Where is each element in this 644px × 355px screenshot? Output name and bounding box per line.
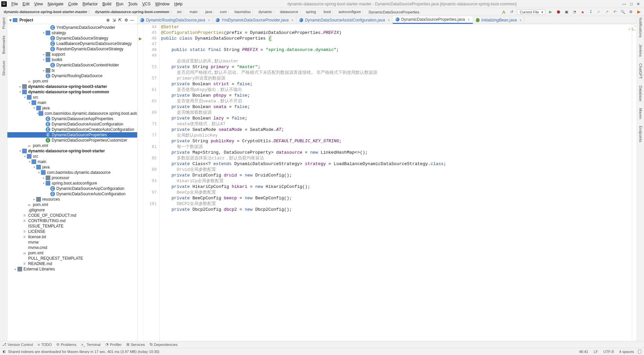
gear-icon[interactable]: ⚙ — [123, 17, 129, 23]
tree-folder[interactable]: ▾dynamic-datasource-spring-boot-common — [7, 89, 137, 95]
code-line[interactable]: public static final String PREFIX = "spr… — [161, 47, 631, 53]
line-number[interactable] — [144, 127, 157, 133]
git-commit-icon[interactable]: ✓ — [596, 9, 602, 15]
tree-file[interactable]: README.md — [7, 261, 137, 266]
code-line[interactable]: Druid全局参数配置 — [161, 167, 631, 172]
hide-panel-icon[interactable]: — — [129, 17, 135, 23]
tool-todo[interactable]: ≡TODO — [38, 343, 52, 347]
tool-terminal[interactable]: >_Terminal — [81, 343, 101, 347]
code-line[interactable]: private Boolean seata = false; — [161, 104, 631, 110]
breadcrumb-segment[interactable]: baomidou — [233, 9, 257, 15]
tree-file[interactable]: YmlDynamicDataSourceProvider — [7, 25, 137, 30]
close-tab-icon[interactable]: × — [388, 18, 390, 22]
line-number[interactable] — [144, 150, 157, 155]
chevron-down-icon[interactable]: ▾ — [42, 58, 46, 61]
menu-refactor[interactable]: Refactor — [80, 1, 100, 7]
line-number[interactable] — [144, 138, 157, 144]
file-encoding[interactable]: UTF-8 — [603, 350, 614, 354]
code-line[interactable]: HikariCp全局参数配置 — [161, 178, 631, 184]
chevron-right-icon[interactable]: ▸ — [42, 69, 46, 72]
code-line[interactable]: public class DynamicDataSourceProperties… — [161, 36, 631, 41]
code-line[interactable]: 必须设置默认的库,默认master — [161, 58, 631, 64]
breadcrumb-segment[interactable]: spring — [304, 9, 322, 15]
tree-folder[interactable]: ▾dynamic-datasource-spring-boot-starter — [7, 148, 137, 154]
code-line[interactable] — [161, 53, 631, 58]
run-config-selector[interactable]: Current File — [517, 9, 545, 15]
tree-file[interactable]: pom.xml — [7, 250, 137, 256]
indent-setting[interactable]: 4 spaces — [619, 350, 634, 354]
chevron-down-icon[interactable]: ▾ — [23, 96, 27, 99]
tool-tab-endpoints[interactable]: Endpoints — [639, 126, 643, 142]
tree-file[interactable]: LICENSE — [7, 229, 137, 234]
editor-tab[interactable]: InitializingBean.java× — [473, 16, 525, 24]
progress-icon[interactable]: ◐ — [3, 349, 6, 354]
breadcrumb-segment[interactable]: dynamic-datasource-spring-boot-common — [93, 9, 175, 15]
code-line[interactable]: @Setter — [161, 24, 631, 30]
code-line[interactable]: private Boolean p6spy = false; — [161, 93, 631, 98]
code-line[interactable]: private Map<String, DataSourceProperty> … — [161, 150, 631, 155]
search-icon[interactable]: 🔍 — [620, 9, 626, 15]
code-editor[interactable]: @Setter@ConfigurationProperties(prefix =… — [160, 24, 632, 341]
code-line[interactable]: private Dbcp2Config dbcp2 = new Dbcp2Con… — [161, 207, 631, 212]
line-number[interactable]: 49 — [144, 53, 157, 58]
collapse-all-icon[interactable]: ⇱ — [117, 17, 123, 23]
close-tab-icon[interactable]: × — [468, 17, 470, 21]
tool-services[interactable]: ⊞Services — [126, 342, 145, 347]
code-line[interactable]: 多数据源选择算法clazz，默认负载均衡算法 — [161, 155, 631, 161]
tree-file[interactable]: DynamicDataSourceAopConfiguration — [7, 186, 137, 191]
breadcrumb-segment[interactable]: datasource — [278, 9, 304, 15]
chevron-down-icon[interactable]: ▾ — [42, 31, 46, 35]
close-tab-icon[interactable]: × — [291, 18, 293, 22]
menu-navigate[interactable]: Navigate — [46, 1, 65, 7]
breadcrumb-segment[interactable]: dynamic — [257, 9, 278, 15]
select-target-icon[interactable]: ⊕ — [105, 17, 111, 23]
line-number[interactable]: 89 — [144, 167, 157, 172]
code-line[interactable]: 是否懒加载数据源 — [161, 110, 631, 115]
chevron-down-icon[interactable]: ▾ — [18, 149, 22, 153]
tree-file[interactable]: LoadBalanceDynamicDataSourceStrategy — [7, 41, 137, 46]
build-icon[interactable] — [501, 9, 507, 15]
line-number[interactable] — [144, 93, 157, 98]
breadcrumb-segment[interactable]: dynamic-datasource-spring-boot-starter-m… — [2, 9, 93, 15]
code-line[interactable]: 全局默认publicKey — [161, 133, 631, 138]
tree-folder[interactable]: ▾strategy — [7, 30, 137, 36]
line-number[interactable]: 81 — [144, 144, 157, 150]
code-line[interactable]: 每一个数据源 — [161, 144, 631, 150]
tree-folder[interactable]: ▾com.baomidou.dynamic.datasource.spring.… — [7, 111, 137, 116]
menu-tools[interactable]: Tools — [126, 1, 140, 7]
chevron-down-icon[interactable]: ▾ — [42, 182, 46, 185]
code-line[interactable]: private DruidConfig druid = new DruidCon… — [161, 172, 631, 178]
code-line[interactable] — [161, 41, 631, 47]
code-line[interactable]: DBCP2全局参数配置 — [161, 201, 631, 207]
breadcrumb-segment[interactable]: com — [218, 9, 233, 15]
code-line[interactable]: private Class<? extends DynamicDataSourc… — [161, 161, 631, 167]
git-update-icon[interactable]: ↧ — [588, 9, 594, 15]
tool-tab-project[interactable]: Project — [2, 17, 6, 29]
tree-file[interactable]: pom.xml — [7, 202, 137, 207]
line-number[interactable] — [144, 195, 157, 201]
code-line[interactable]: private SeataMode seataMode = SeataMode.… — [161, 127, 631, 133]
tool-profiler[interactable]: ◔Profiler — [105, 342, 122, 347]
tree-file[interactable]: CODE_OF_CONDUCT.md — [7, 213, 137, 218]
line-number[interactable]: 44 — [144, 24, 157, 30]
tree-folder[interactable]: ▸External Libraries — [7, 266, 137, 272]
tree-file[interactable]: pom.xml — [7, 143, 137, 148]
run-icon[interactable]: ▶ — [547, 9, 553, 15]
chevron-down-icon[interactable]: ▾ — [18, 90, 22, 94]
chevron-down-icon[interactable]: ▾ — [28, 101, 32, 104]
breadcrumb-segment[interactable]: java — [204, 9, 218, 15]
settings-icon[interactable]: ⚙ — [628, 9, 634, 15]
minimize-icon[interactable]: — — [622, 2, 626, 6]
line-number[interactable] — [144, 115, 157, 121]
breadcrumb-segment[interactable]: src — [175, 9, 188, 15]
editor-tab[interactable]: DynamicRoutingDataSource.java× — [138, 16, 213, 24]
revert-icon[interactable]: ↶ — [612, 9, 618, 15]
project-panel-title[interactable]: Project — [19, 18, 33, 22]
tool-dependencies[interactable]: ⇆Dependencies — [150, 342, 177, 347]
tree-file[interactable]: license.txt — [7, 234, 137, 240]
tool-version-control[interactable]: ⎇Version Control — [2, 342, 33, 347]
tool-tab-jenkins[interactable]: Jenkins — [639, 44, 643, 57]
expand-all-icon[interactable]: ⇲ — [111, 17, 117, 23]
error-stripe[interactable]: ✓ 5 ˄ ˅ — [632, 24, 637, 341]
chevron-down-icon[interactable]: ▾ — [28, 160, 32, 163]
